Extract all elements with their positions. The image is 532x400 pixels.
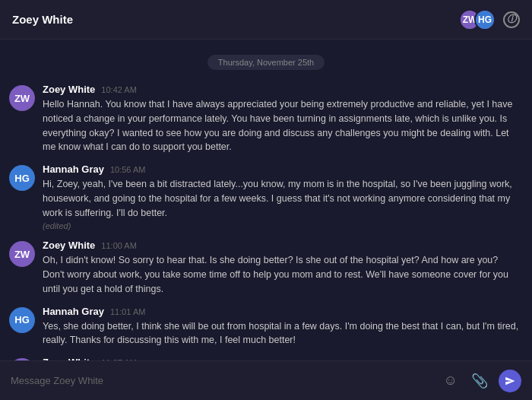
msg-content: Hannah Gray 11:01 AM Yes, she doing bett… [43, 306, 521, 348]
msg-avatar: ZW [9, 241, 35, 267]
attachment-icon[interactable]: 📎 [468, 370, 491, 392]
send-icon [505, 376, 515, 386]
date-divider: Thursday, November 25th [12, 55, 520, 68]
msg-time: 10:42 AM [101, 85, 136, 94]
message-row: HG Hannah Gray 10:56 AM Hi, Zoey, yeah, … [0, 159, 532, 235]
msg-text: Yes, she doing better, I think she will … [43, 319, 521, 348]
message-row: ZW Zoey White 11:07 AM Glad to hear this… [0, 352, 532, 360]
message-row: ZW Zoey White 11:00 AM Oh, I didn't know… [0, 235, 532, 300]
msg-avatar: HG [9, 165, 35, 191]
msg-header: Zoey White 10:42 AM [43, 84, 521, 95]
header-actions: ZW HG ⓘ [459, 9, 520, 30]
messages-list: ZW Zoey White 10:42 AM Hello Hannah. You… [0, 79, 532, 360]
send-button[interactable] [499, 370, 521, 392]
message-input-area: ☺ 📎 [0, 360, 532, 400]
emoji-icon[interactable]: ☺ [441, 370, 461, 392]
msg-sender: Zoey White [43, 84, 95, 95]
msg-content: Zoey White 10:42 AM Hello Hannah. You kn… [43, 84, 521, 154]
msg-avatar: HG [9, 307, 35, 333]
msg-header: Hannah Gray 10:56 AM [43, 163, 521, 175]
msg-text: Oh, I didn't know! So sorry to hear that… [43, 253, 521, 296]
msg-content: Hannah Gray 10:56 AM Hi, Zoey, yeah, I'v… [43, 163, 521, 230]
msg-edited: (edited) [43, 221, 521, 230]
message-row: ZW Zoey White 10:42 AM Hello Hannah. You… [0, 79, 532, 159]
msg-header: Hannah Gray 11:01 AM [43, 306, 521, 317]
avatar-hannah-header: HG [474, 9, 496, 30]
info-icon[interactable]: ⓘ [503, 11, 520, 28]
message-row: HG Hannah Gray 11:01 AM Yes, she doing b… [0, 301, 532, 353]
msg-time: 11:00 AM [101, 241, 136, 250]
chat-header: Zoey White ZW HG ⓘ [0, 0, 532, 40]
msg-text: Hi, Zoey, yeah, I've been a bit distract… [43, 177, 521, 220]
msg-time: 11:01 AM [110, 307, 145, 316]
msg-text: Hello Hannah. You know that I have alway… [43, 97, 521, 154]
msg-content: Zoey White 11:00 AM Oh, I didn't know! S… [43, 240, 521, 296]
messages-container: Thursday, November 25th ZW Zoey White 10… [0, 40, 532, 360]
msg-sender: Hannah Gray [43, 163, 104, 175]
message-input[interactable] [11, 370, 433, 391]
msg-time: 10:56 AM [110, 165, 145, 174]
msg-sender: Hannah Gray [43, 306, 104, 317]
participants-avatars: ZW HG [459, 9, 496, 30]
chat-title: Zoey White [12, 13, 73, 26]
msg-header: Zoey White 11:00 AM [43, 240, 521, 251]
msg-sender: Zoey White [43, 240, 95, 251]
msg-avatar: ZW [9, 85, 35, 111]
